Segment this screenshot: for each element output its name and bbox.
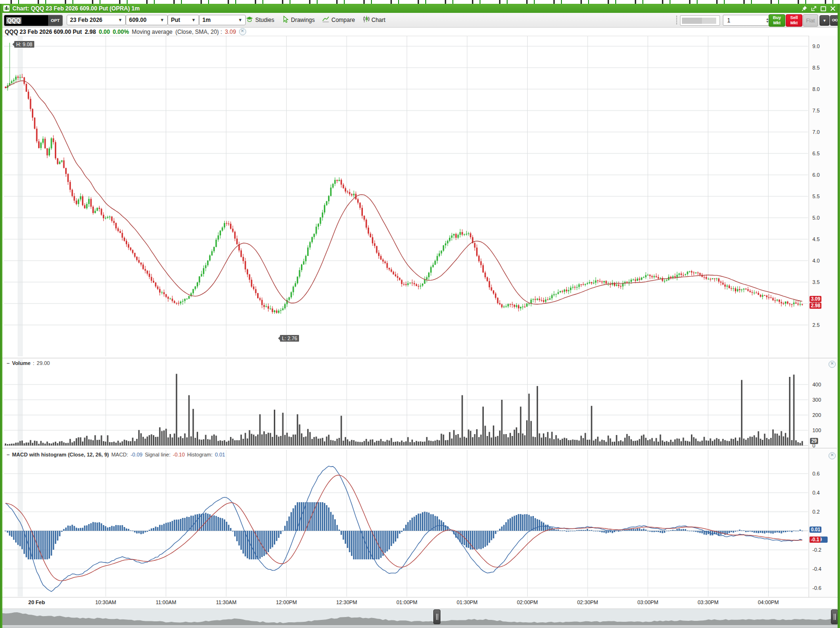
chart-window: Chart: QQQ 23 Feb 2026 609.00 Put (OPRA)… [0, 0, 840, 628]
close-volume-pane-icon[interactable]: ✕ [829, 361, 836, 368]
navigator-left-handle[interactable] [433, 609, 440, 624]
window-border-left [0, 4, 2, 628]
window-border-right [838, 4, 840, 628]
collapse-pane-icon[interactable]: – [7, 360, 10, 366]
chart-canvas[interactable] [0, 0, 840, 628]
collapse-pane-icon[interactable]: – [7, 452, 10, 457]
navigator-right-handle[interactable] [831, 609, 838, 624]
close-macd-pane-icon[interactable]: ✕ [829, 452, 836, 459]
